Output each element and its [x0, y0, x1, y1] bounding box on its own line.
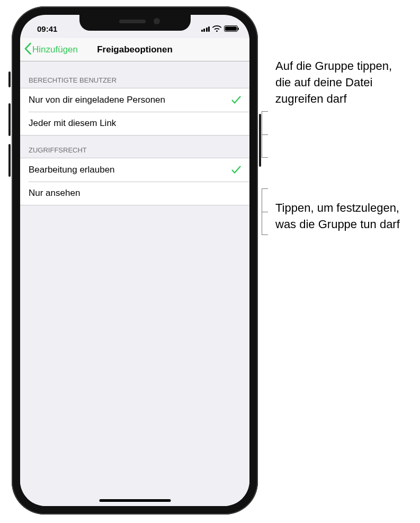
checkmark-icon — [231, 96, 241, 104]
option-label: Jeder mit diesem Link — [29, 118, 116, 129]
option-label: Bearbeitung erlauben — [29, 165, 115, 175]
option-view-only[interactable]: Nur ansehen — [20, 182, 249, 205]
mute-switch — [8, 71, 11, 87]
navigation-bar: Hinzufügen Freigabeoptionen — [20, 38, 249, 61]
back-chevron-icon[interactable] — [20, 42, 31, 57]
screen: 09:41 Hinzufügen Freigabeoptionen Berech… — [20, 15, 249, 506]
notch — [79, 15, 191, 31]
permission-list: Bearbeitung erlauben Nur ansehen — [20, 158, 249, 205]
status-time: 09:41 — [32, 20, 57, 33]
volume-down-button — [8, 144, 11, 177]
option-label: Nur von dir eingeladene Personen — [29, 95, 165, 105]
callout-bracket — [262, 188, 262, 235]
volume-up-button — [8, 103, 11, 136]
option-anyone-with-link[interactable]: Jeder mit diesem Link — [20, 112, 249, 135]
cellular-icon — [201, 26, 210, 32]
battery-icon — [224, 25, 238, 32]
callout-bracket — [262, 111, 262, 158]
wifi-icon — [212, 25, 221, 32]
back-button-label[interactable]: Hinzufügen — [32, 44, 78, 55]
callout-access-group: Auf die Gruppe tippen, die auf deine Dat… — [275, 58, 408, 107]
users-list: Nur von dir eingeladene Personen Jeder m… — [20, 88, 249, 136]
option-allow-editing[interactable]: Bearbeitung erlauben — [20, 158, 249, 182]
phone-frame: 09:41 Hinzufügen Freigabeoptionen Berech… — [12, 6, 258, 515]
callout-permission: Tippen, um festzulegen, was die Gruppe t… — [275, 200, 413, 233]
content-area: Berechtigte Benutzer Nur von dir eingela… — [20, 61, 249, 506]
option-invited-only[interactable]: Nur von dir eingeladene Personen — [20, 88, 249, 112]
section-header-permission: Zugriffsrecht — [20, 136, 249, 158]
home-indicator[interactable] — [99, 499, 171, 502]
checkmark-icon — [231, 166, 241, 174]
section-header-users: Berechtigte Benutzer — [20, 61, 249, 88]
power-button — [259, 114, 261, 167]
option-label: Nur ansehen — [29, 188, 80, 199]
